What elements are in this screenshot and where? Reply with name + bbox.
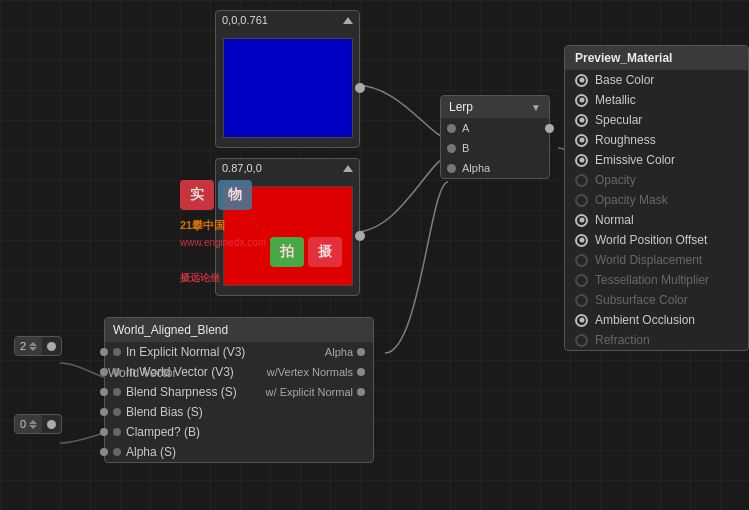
lerp-pin-alpha-input[interactable]: [447, 164, 456, 173]
preview-row-roughness[interactable]: Roughness: [565, 130, 748, 150]
preview-row-wpo[interactable]: World Position Offset: [565, 230, 748, 250]
preview-row-opacity: Opacity: [565, 170, 748, 190]
num-node-0-arrows[interactable]: [29, 420, 37, 429]
wab-row1-in-pin[interactable]: [100, 368, 108, 376]
preview-row-emissive[interactable]: Emissive Color: [565, 150, 748, 170]
preview-row-ao[interactable]: Ambient Occlusion: [565, 310, 748, 330]
tessellation-label: Tessellation Multiplier: [595, 273, 709, 287]
wab-row2-circle: [113, 388, 121, 396]
wab-title: World_Aligned_Blend: [113, 323, 228, 337]
blue-color-node: 0,0,0.761: [215, 10, 360, 148]
wab-node: World_Aligned_Blend In Explicit Normal (…: [104, 317, 374, 463]
num-node-0-down[interactable]: [29, 425, 37, 429]
refraction-icon: [575, 334, 588, 347]
wab-row1-out-pin[interactable]: [357, 368, 365, 376]
red-swatch: [223, 186, 353, 286]
roughness-icon: [575, 134, 588, 147]
lerp-pin-a-output[interactable]: [545, 124, 554, 133]
opacity-icon: [575, 174, 588, 187]
wab-row4-left-label: Clamped? (B): [126, 425, 200, 439]
wab-row5-left-label: Alpha (S): [126, 445, 176, 459]
emissive-icon: [575, 154, 588, 167]
world-displacement-icon: [575, 254, 588, 267]
num-node-2-arrows[interactable]: [29, 342, 37, 351]
base-color-label: Base Color: [595, 73, 654, 87]
wab-row-5: Alpha (S): [105, 442, 373, 462]
num-node-2-val[interactable]: 2: [15, 337, 42, 355]
lerp-node: Lerp ▼ A B Alpha: [440, 95, 550, 179]
watermark-part1: 实: [180, 180, 214, 210]
num-node-0-val[interactable]: 0: [15, 415, 42, 433]
preview-row-tessellation: Tessellation Multiplier: [565, 270, 748, 290]
num-node-2-text: 2: [20, 340, 26, 352]
world-displacement-label: World Displacement: [595, 253, 702, 267]
lerp-pin-b-row: B: [441, 138, 549, 158]
wab-row0-out-pin[interactable]: [357, 348, 365, 356]
wab-row0-right-label: Alpha: [325, 346, 353, 358]
watermark-text3: 摄远论坐: [180, 271, 220, 285]
normal-label: Normal: [595, 213, 634, 227]
wab-row-1: In World Vector (V3) w/Vertex Normals: [105, 362, 373, 382]
specular-label: Specular: [595, 113, 642, 127]
preview-row-metallic[interactable]: Metallic: [565, 90, 748, 110]
base-color-icon: [575, 74, 588, 87]
wab-row-3: Blend Bias (S): [105, 402, 373, 422]
lerp-title: Lerp: [449, 100, 473, 114]
wab-row-4: Clamped? (B): [105, 422, 373, 442]
wpo-icon: [575, 234, 588, 247]
wab-row5-circle: [113, 448, 121, 456]
blue-node-label: 0,0,0.761: [222, 14, 268, 26]
preview-row-base-color[interactable]: Base Color: [565, 70, 748, 90]
preview-panel-header: Preview_Material: [565, 46, 748, 70]
preview-row-refraction: Refraction: [565, 330, 748, 350]
blue-node-collapse[interactable]: [343, 17, 353, 24]
wab-row3-circle: [113, 408, 121, 416]
wab-row2-out-pin[interactable]: [357, 388, 365, 396]
opacity-mask-icon: [575, 194, 588, 207]
wab-row4-in-pin[interactable]: [100, 428, 108, 436]
wab-row2-left-label: Blend Sharpness (S): [126, 385, 237, 399]
lerp-pin-a-input[interactable]: [447, 124, 456, 133]
wab-row2-in-pin[interactable]: [100, 388, 108, 396]
preview-row-specular[interactable]: Specular: [565, 110, 748, 130]
tessellation-icon: [575, 274, 588, 287]
lerp-pin-alpha-label: Alpha: [462, 162, 490, 174]
lerp-pin-a-label: A: [462, 122, 469, 134]
num-node-2-output-pin[interactable]: [47, 342, 56, 351]
lerp-pin-a-row: A: [441, 118, 549, 138]
lerp-pin-b-label: B: [462, 142, 469, 154]
red-node-collapse[interactable]: [343, 165, 353, 172]
lerp-pin-b-input[interactable]: [447, 144, 456, 153]
red-node-label: 0.87,0,0: [222, 162, 262, 174]
opacity-label: Opacity: [595, 173, 636, 187]
wab-row4-circle: [113, 428, 121, 436]
num-node-2-up[interactable]: [29, 342, 37, 346]
subsurface-label: Subsurface Color: [595, 293, 688, 307]
wpo-label: World Position Offset: [595, 233, 707, 247]
lerp-arrow-icon[interactable]: ▼: [531, 102, 541, 113]
num-node-0-up[interactable]: [29, 420, 37, 424]
lerp-pin-alpha-row: Alpha: [441, 158, 549, 178]
metallic-label: Metallic: [595, 93, 636, 107]
num-node-0-text: 0: [20, 418, 26, 430]
red-output-pin[interactable]: [355, 231, 365, 241]
roughness-label: Roughness: [595, 133, 656, 147]
wab-row3-in-pin[interactable]: [100, 408, 108, 416]
num-node-2-down[interactable]: [29, 347, 37, 351]
wab-row2-right-label: w/ Explicit Normal: [266, 386, 353, 398]
emissive-label: Emissive Color: [595, 153, 675, 167]
num-node-0-output-pin[interactable]: [47, 420, 56, 429]
opacity-mask-label: Opacity Mask: [595, 193, 668, 207]
wab-row1-right-label: w/Vertex Normals: [267, 366, 353, 378]
red-color-node: 0.87,0,0: [215, 158, 360, 296]
subsurface-icon: [575, 294, 588, 307]
normal-icon: [575, 214, 588, 227]
wab-row0-in-pin[interactable]: [100, 348, 108, 356]
wab-row-2: Blend Sharpness (S) w/ Explicit Normal: [105, 382, 373, 402]
lerp-header: Lerp ▼: [441, 96, 549, 118]
wab-row5-in-pin[interactable]: [100, 448, 108, 456]
preview-row-normal[interactable]: Normal: [565, 210, 748, 230]
wab-row-0: In Explicit Normal (V3) Alpha: [105, 342, 373, 362]
num-node-0: 0: [14, 414, 62, 434]
blue-output-pin[interactable]: [355, 83, 365, 93]
